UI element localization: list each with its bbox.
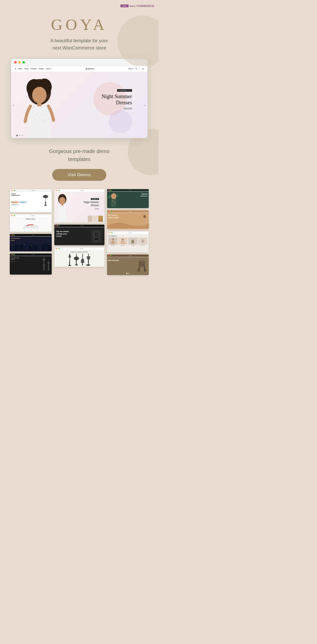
svg-point-68 xyxy=(142,241,143,242)
svg-point-9 xyxy=(41,114,42,115)
svg-rect-63 xyxy=(145,223,146,226)
svg-rect-73 xyxy=(144,267,145,272)
summer-badge: SUMMER '19 xyxy=(117,89,132,92)
search-icon: 🔍 xyxy=(135,68,137,70)
tagline: A beautiful template for your next WooCo… xyxy=(50,37,108,52)
demo-thumb-lighting-collection[interactable]: GOYA Explore our Lighting Collection xyxy=(54,247,104,267)
slider-arrow-left[interactable]: ‹ xyxy=(13,103,14,107)
wishlist-icon: ♡ xyxy=(139,68,140,70)
svg-rect-48 xyxy=(82,254,83,259)
svg-rect-22 xyxy=(44,244,48,250)
demo-thumb-speaker[interactable]: GOYA Flip the switch,change yoursound xyxy=(54,225,104,245)
demo-thumb-lamp[interactable]: GOYA Cast AluminumForms Shop Now xyxy=(10,253,52,275)
demo-thumb-shoes[interactable]: GOYA Marathon Shoes xyxy=(10,214,52,232)
svg-rect-49 xyxy=(82,262,83,265)
signin-link: Sign in xyxy=(128,68,134,70)
brand-title: GOYA xyxy=(51,15,108,34)
woo-text: woo COMMERCE xyxy=(130,4,154,7)
demo-col-right: GOYA xyxy=(107,189,149,275)
demo-col-left: GOYA A warmenlightenment xyxy=(10,189,52,275)
svg-rect-19 xyxy=(23,243,29,250)
woo-badge: woo woo COMMERCE xyxy=(120,4,154,8)
svg-rect-72 xyxy=(139,267,140,272)
demo-col-mid: GOYA SUMMER '19 Night SummerDresses Shop… xyxy=(54,189,104,267)
svg-rect-15 xyxy=(44,205,47,206)
hero-blob-2 xyxy=(109,110,132,133)
svg-rect-50 xyxy=(88,254,89,256)
section-text: Gorgeous pre-made demo templates xyxy=(49,147,110,163)
svg-rect-41 xyxy=(69,254,70,262)
dot-2[interactable] xyxy=(19,135,20,136)
svg-point-13 xyxy=(43,195,48,198)
svg-rect-17 xyxy=(11,244,15,250)
dot-yellow xyxy=(18,61,21,64)
demo-thumb-top-categories[interactable]: GOYA Top Categories xyxy=(107,231,149,252)
browser-mockup: ☰ Main Shop Product Pages Journ... GOYA … xyxy=(11,59,147,138)
demo-thumb-lighting[interactable]: GOYA A warmenlightenment xyxy=(10,189,52,212)
dot-3[interactable] xyxy=(21,135,23,136)
svg-rect-47 xyxy=(75,265,78,265)
woo-icon: woo xyxy=(120,4,129,8)
svg-rect-46 xyxy=(76,259,77,265)
demo-thumb-fashion-hero[interactable]: GOYA SUMMER '19 Night SummerDresses Shop… xyxy=(54,189,104,223)
svg-rect-71 xyxy=(139,262,145,267)
svg-rect-66 xyxy=(131,240,134,243)
browser-content: ☰ Main Shop Product Pages Journ... GOYA … xyxy=(11,66,147,138)
demo-thumb-summer[interactable]: GOYA The SummerLook xyxy=(10,234,52,251)
slider-arrow-right[interactable]: › xyxy=(144,103,145,107)
svg-rect-43 xyxy=(68,265,71,266)
nav-journal: Journ... xyxy=(46,68,52,70)
svg-rect-18 xyxy=(16,245,21,250)
svg-point-31 xyxy=(47,262,50,264)
svg-point-56 xyxy=(111,193,116,199)
nav-pages: Pages xyxy=(39,68,44,70)
shop-now: Shop Now xyxy=(102,107,132,109)
svg-rect-20 xyxy=(31,244,35,250)
demo-thumb-new-season[interactable]: GOYA xyxy=(107,210,149,229)
svg-point-8 xyxy=(39,117,40,118)
svg-rect-25 xyxy=(31,245,32,246)
svg-point-11 xyxy=(43,120,44,121)
svg-point-60 xyxy=(143,215,146,218)
svg-text:woo: woo xyxy=(123,5,126,7)
svg-rect-42 xyxy=(69,261,70,266)
svg-point-64 xyxy=(112,238,114,240)
dot-green xyxy=(22,61,25,64)
svg-point-59 xyxy=(114,201,115,202)
cart-icon: 🛍 xyxy=(142,68,144,70)
dot-red xyxy=(14,61,17,64)
slider-dots xyxy=(16,135,23,136)
svg-rect-6 xyxy=(37,102,41,106)
visit-demos-button[interactable]: Visit Demos xyxy=(52,169,107,181)
svg-rect-44 xyxy=(76,254,77,257)
demo-thumb-new-arrivals[interactable]: GOYA xyxy=(107,255,149,275)
dot-1[interactable] xyxy=(16,135,18,136)
svg-rect-14 xyxy=(45,202,46,206)
nav-product: Product xyxy=(31,68,37,70)
demo-thumb-nightlife[interactable]: GOYA xyxy=(107,189,149,208)
svg-rect-21 xyxy=(37,245,42,250)
svg-rect-36 xyxy=(61,204,63,206)
svg-point-10 xyxy=(35,118,36,120)
svg-point-5 xyxy=(32,87,47,103)
site-nav-right: Sign in 🔍 ♡ 🛍 xyxy=(128,68,144,70)
svg-rect-62 xyxy=(143,223,144,226)
svg-rect-51 xyxy=(88,259,89,265)
svg-point-39 xyxy=(96,234,97,235)
svg-point-27 xyxy=(42,259,46,261)
menu-icon: ☰ xyxy=(15,68,16,70)
svg-point-35 xyxy=(59,197,65,204)
svg-rect-32 xyxy=(48,265,49,270)
svg-point-52 xyxy=(86,264,90,266)
svg-point-58 xyxy=(112,200,113,201)
svg-rect-28 xyxy=(43,264,45,270)
nav-main: Main xyxy=(18,68,22,70)
svg-point-65 xyxy=(121,239,124,241)
svg-rect-23 xyxy=(12,245,13,245)
site-logo: GOYA xyxy=(86,67,94,70)
svg-rect-74 xyxy=(139,260,144,262)
hero-title: Night Summer Dresses xyxy=(102,93,132,106)
site-nav-left: ☰ Main Shop Product Pages Journ... xyxy=(15,68,52,70)
hero-slider: SUMMER '19 Night Summer Dresses Shop Now… xyxy=(11,72,147,138)
nav-shop: Shop xyxy=(24,68,28,70)
